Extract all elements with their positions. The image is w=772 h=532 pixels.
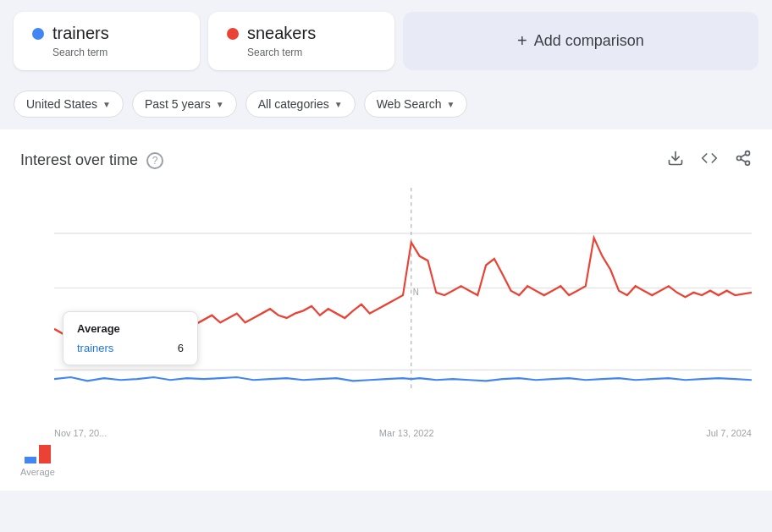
average-row: Average [20,438,752,477]
svg-line-5 [741,154,746,156]
add-comparison-text: Add comparison [534,32,644,50]
sneakers-card-top: sneakers [227,24,376,43]
chart-header: Interest over time ? [20,150,752,171]
svg-text:N: N [413,288,419,298]
x-label-1: Mar 13, 2022 [379,428,434,438]
tooltip-title: Average [77,322,184,335]
category-filter[interactable]: All categories ▼ [245,90,356,118]
chart-title-row: Interest over time ? [20,151,163,169]
time-chevron-icon: ▼ [216,100,224,109]
avg-bar-blue [25,457,36,463]
search-terms-bar: trainers Search term sneakers Search ter… [0,0,772,82]
x-labels: Nov 17, 20... Mar 13, 2022 Jul 7, 2024 [20,425,752,438]
help-icon-text: ? [152,155,158,167]
tooltip-value: 6 [178,342,184,354]
average-section: Average [20,445,55,477]
sneakers-name: sneakers [247,24,316,43]
trainers-label: Search term [52,47,181,58]
add-comparison-card[interactable]: + Add comparison [403,12,758,70]
search-type-chevron-icon: ▼ [446,100,455,109]
category-chevron-icon: ▼ [334,100,343,109]
x-label-0: Nov 17, 20... [54,428,107,438]
trainers-card[interactable]: trainers Search term [14,12,200,70]
time-label: Past 5 years [145,97,211,111]
download-icon[interactable] [667,150,684,171]
tooltip-row: trainers 6 [77,342,184,354]
main-content: Interest over time ? [0,129,772,491]
average-bars [25,445,51,463]
search-type-filter[interactable]: Web Search ▼ [364,90,468,118]
region-filter[interactable]: United States ▼ [14,90,124,118]
chart-container: 100 75 N Average trainers 6 [54,188,752,425]
region-label: United States [26,97,97,111]
tooltip: Average trainers 6 [63,311,198,365]
x-label-2: Jul 7, 2024 [706,428,752,438]
tooltip-term: trainers [77,342,113,354]
filter-bar: United States ▼ Past 5 years ▼ All categ… [0,82,772,129]
search-type-label: Web Search [377,97,442,111]
category-label: All categories [258,97,329,111]
sneakers-card[interactable]: sneakers Search term [208,12,394,70]
sneakers-dot [227,28,239,40]
average-text: Average [20,467,55,477]
trainers-card-top: trainers [32,24,181,43]
svg-line-4 [741,159,746,162]
share-icon[interactable] [735,150,752,171]
region-chevron-icon: ▼ [102,100,111,109]
help-icon[interactable]: ? [146,152,163,169]
avg-bar-red [39,445,51,463]
chart-title: Interest over time [20,151,138,169]
sneakers-label: Search term [247,47,376,58]
embed-icon[interactable] [701,150,718,171]
time-filter[interactable]: Past 5 years ▼ [132,90,237,118]
trainers-line [54,377,752,381]
trainers-name: trainers [52,24,109,43]
trainers-dot [32,28,44,40]
chart-svg: 100 75 N [54,188,752,425]
plus-icon: + [517,31,527,51]
chart-actions [667,150,752,171]
